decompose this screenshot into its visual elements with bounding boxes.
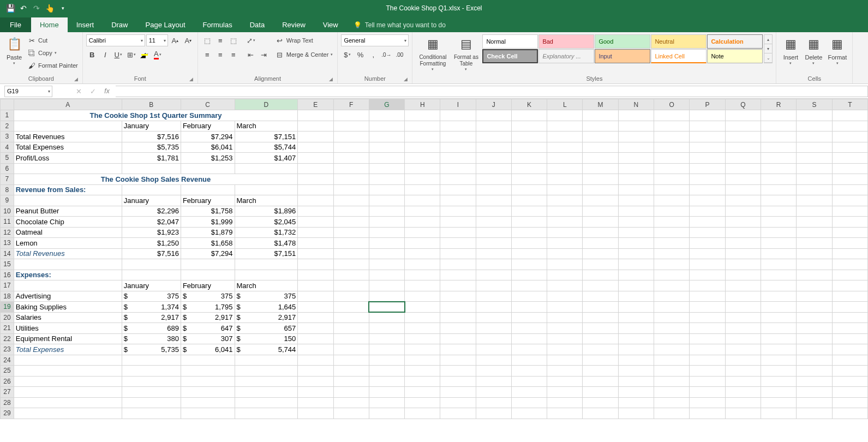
- cell[interactable]: [369, 302, 404, 313]
- align-center-icon[interactable]: ≡: [214, 49, 226, 61]
- cell[interactable]: [583, 376, 618, 387]
- cell[interactable]: [832, 270, 867, 280]
- cell[interactable]: [235, 366, 298, 377]
- cell[interactable]: [476, 132, 511, 142]
- cell[interactable]: [476, 248, 511, 259]
- cell[interactable]: [547, 206, 583, 217]
- cell[interactable]: [618, 153, 654, 164]
- cell[interactable]: [369, 344, 404, 355]
- cell[interactable]: [797, 121, 832, 132]
- cell[interactable]: [440, 153, 476, 164]
- cell[interactable]: [14, 408, 122, 419]
- cell[interactable]: Chocolate Chip: [14, 217, 122, 228]
- tab-file[interactable]: File: [0, 17, 31, 32]
- cell[interactable]: [181, 184, 235, 195]
- cell[interactable]: [369, 238, 404, 249]
- cell[interactable]: [583, 333, 618, 344]
- cell[interactable]: $1,658: [181, 238, 235, 249]
- spreadsheet-grid[interactable]: ABCDEFGHIJKLMNOPQRST1The Cookie Shop 1st…: [0, 99, 868, 442]
- column-header[interactable]: L: [547, 99, 583, 110]
- cell[interactable]: [690, 184, 725, 195]
- cell[interactable]: [547, 153, 583, 164]
- cell[interactable]: [235, 184, 298, 195]
- cell[interactable]: [654, 408, 690, 419]
- cell[interactable]: $5,735: [122, 142, 181, 153]
- insert-cells-button[interactable]: ▦Insert▾: [780, 34, 801, 67]
- row-header[interactable]: 28: [1, 397, 14, 408]
- cell[interactable]: [298, 397, 333, 408]
- column-header[interactable]: G: [369, 99, 404, 110]
- cell[interactable]: [761, 217, 797, 228]
- cell[interactable]: [333, 132, 369, 142]
- column-header[interactable]: H: [405, 99, 440, 110]
- cell[interactable]: [298, 248, 333, 259]
- cell[interactable]: [333, 344, 369, 355]
- cell[interactable]: [122, 387, 181, 398]
- row-header[interactable]: 15: [1, 259, 14, 270]
- cell[interactable]: [547, 259, 583, 270]
- cell[interactable]: [333, 206, 369, 217]
- cell[interactable]: [235, 355, 298, 366]
- cell[interactable]: [654, 132, 690, 142]
- cell[interactable]: [797, 366, 832, 377]
- cell[interactable]: [761, 376, 797, 387]
- decrease-font-icon[interactable]: A▾: [182, 34, 194, 46]
- cell[interactable]: [440, 376, 476, 387]
- cell[interactable]: [547, 132, 583, 142]
- cell[interactable]: [14, 259, 122, 270]
- cell[interactable]: [440, 344, 476, 355]
- cell[interactable]: [405, 217, 440, 228]
- cell[interactable]: [298, 174, 333, 185]
- cell[interactable]: [369, 248, 404, 259]
- cell[interactable]: $2,917: [181, 312, 235, 323]
- cell[interactable]: [405, 132, 440, 142]
- cell[interactable]: [440, 174, 476, 185]
- tab-home[interactable]: Home: [31, 17, 68, 32]
- cell[interactable]: [235, 376, 298, 387]
- cell[interactable]: [832, 333, 867, 344]
- cell[interactable]: [405, 355, 440, 366]
- row-header[interactable]: 4: [1, 142, 14, 153]
- cell[interactable]: [654, 344, 690, 355]
- column-header[interactable]: B: [122, 99, 181, 110]
- cell[interactable]: [405, 153, 440, 164]
- cell[interactable]: [583, 217, 618, 228]
- cell[interactable]: [476, 344, 511, 355]
- undo-icon[interactable]: ↶: [17, 2, 29, 14]
- cell[interactable]: [725, 206, 761, 217]
- cell[interactable]: March: [235, 121, 298, 132]
- cell[interactable]: $1,253: [181, 153, 235, 164]
- column-header[interactable]: I: [440, 99, 476, 110]
- cell[interactable]: [618, 291, 654, 302]
- cell[interactable]: January: [122, 280, 181, 291]
- row-header[interactable]: 2: [1, 121, 14, 132]
- styles-up-icon[interactable]: ▴: [764, 35, 772, 44]
- cell[interactable]: [440, 259, 476, 270]
- cell[interactable]: Peanut Butter: [14, 206, 122, 217]
- cell[interactable]: [832, 121, 867, 132]
- cell[interactable]: [298, 302, 333, 313]
- cell[interactable]: [654, 195, 690, 206]
- cell[interactable]: [761, 291, 797, 302]
- cell[interactable]: [511, 174, 547, 185]
- cell[interactable]: [690, 227, 725, 238]
- column-header[interactable]: O: [654, 99, 690, 110]
- cell[interactable]: [440, 195, 476, 206]
- cell[interactable]: [14, 366, 122, 377]
- cell[interactable]: [476, 153, 511, 164]
- cell[interactable]: [690, 302, 725, 313]
- style-input[interactable]: Input: [595, 49, 650, 63]
- cell[interactable]: [618, 355, 654, 366]
- cell[interactable]: [547, 312, 583, 323]
- cell[interactable]: Oatmeal: [14, 227, 122, 238]
- cell[interactable]: [797, 408, 832, 419]
- cell[interactable]: [333, 259, 369, 270]
- row-header[interactable]: 24: [1, 355, 14, 366]
- cell[interactable]: [832, 174, 867, 185]
- cell[interactable]: [690, 142, 725, 153]
- cell[interactable]: [583, 163, 618, 174]
- row-header[interactable]: 26: [1, 376, 14, 387]
- cell[interactable]: [618, 344, 654, 355]
- cell[interactable]: [654, 302, 690, 313]
- cell[interactable]: [797, 206, 832, 217]
